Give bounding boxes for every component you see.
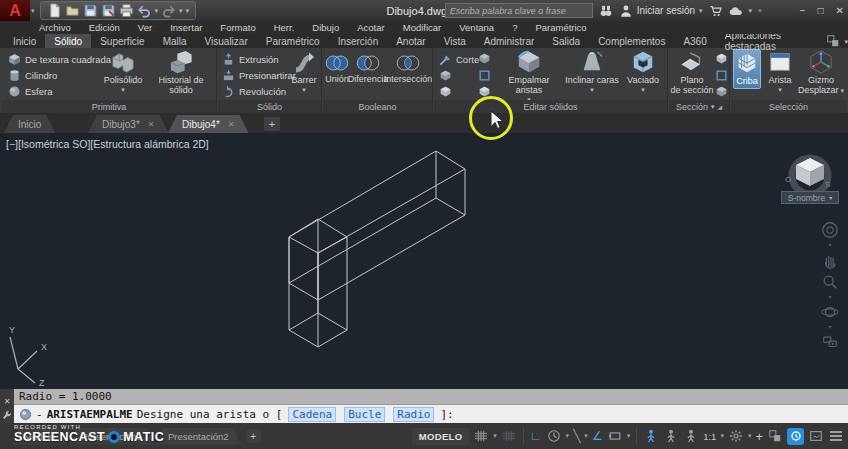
undo-caret-icon[interactable]: ▾ xyxy=(155,7,159,14)
menu-herr[interactable]: Herr. xyxy=(265,22,304,33)
wireframe-model[interactable] xyxy=(0,133,848,389)
doc-tab-dibujo3-close-icon[interactable]: ✕ xyxy=(148,120,155,129)
customization-menu-icon[interactable] xyxy=(828,428,844,444)
ribbon-tab-vista[interactable]: Vista xyxy=(435,34,475,48)
panel-label-seleccion[interactable]: Selección xyxy=(731,100,846,113)
panel-label-seccion[interactable]: Sección ▾ ◢ xyxy=(669,100,729,113)
doc-tab-inicio[interactable]: Inicio xyxy=(4,115,55,133)
grid-display-icon[interactable] xyxy=(473,428,489,444)
cloud-caret-icon[interactable]: ▾ xyxy=(749,7,753,14)
clean-screen-icon[interactable] xyxy=(808,428,824,444)
signin-button[interactable]: Iniciar sesión ▾ xyxy=(619,4,703,18)
doc-tab-dibujo4[interactable]: Dibujo4* ✕ xyxy=(168,115,249,133)
ribbon-tab-solido[interactable]: Sólido xyxy=(45,34,91,48)
ribbon-tab-a360[interactable]: A360 xyxy=(674,34,715,48)
layout-tab-presentacion2[interactable]: Presentación2 xyxy=(156,428,241,445)
command-option-radio[interactable]: Radio xyxy=(393,407,434,422)
extract-edges-tool-icon[interactable] xyxy=(478,69,491,82)
viewport-controls-label[interactable]: [−][Isométrica SO][Estructura alámbrica … xyxy=(6,138,209,150)
ucs-dropdown-button[interactable]: S-nombre ▾ xyxy=(781,191,839,204)
orbit-icon[interactable] xyxy=(821,303,839,321)
minimize-button[interactable]: − xyxy=(800,5,806,16)
isodraft-icon[interactable] xyxy=(546,428,562,444)
open-file-icon[interactable] xyxy=(65,3,80,18)
add-jog-tool-icon[interactable] xyxy=(715,69,728,82)
command-option-cadena[interactable]: Cadena xyxy=(288,407,336,422)
command-input-line[interactable]: - ARISTAEMPALME Designe una arista o [ C… xyxy=(14,405,848,423)
annotation-visibility-icon[interactable] xyxy=(643,428,659,444)
menu-archivo[interactable]: Archivo xyxy=(30,22,80,33)
revolve-button[interactable]: Revolución xyxy=(222,84,286,99)
extrude-button[interactable]: Extrusión xyxy=(222,52,279,67)
menu-ventana[interactable]: Ventana xyxy=(450,22,503,33)
ribbon-tab-visualizar[interactable]: Visualizar xyxy=(196,34,257,48)
slice-button[interactable]: Corte xyxy=(439,52,479,67)
command-close-icon[interactable]: ✕ xyxy=(4,398,11,406)
annotation-scale-value[interactable]: 1:1 xyxy=(703,431,716,442)
workspace-caret-icon[interactable]: ▾ xyxy=(748,432,752,440)
menu-acotar[interactable]: Acotar xyxy=(348,22,393,33)
section-plane-button[interactable]: Plano de sección xyxy=(670,50,714,96)
thicken-tool-icon[interactable] xyxy=(439,85,452,98)
doc-tab-dibujo4-close-icon[interactable]: ✕ xyxy=(228,120,235,129)
showmotion-icon[interactable] xyxy=(821,333,839,351)
zoom-extents-icon[interactable] xyxy=(821,273,839,291)
sweep-button[interactable]: Barrer ▾ xyxy=(288,50,320,93)
navwheel-caret-icon[interactable]: ▾ xyxy=(828,243,831,247)
ribbon-tab-complementos[interactable]: Complementos xyxy=(589,34,674,48)
menu-dibujo[interactable]: Dibujo xyxy=(303,22,348,33)
command-option-bucle[interactable]: Bucle xyxy=(344,407,385,422)
object-snap-tracking-icon[interactable]: ∠ xyxy=(592,430,603,442)
ribbon-tab-salida[interactable]: Salida xyxy=(543,34,589,48)
object-snap-icon[interactable] xyxy=(607,428,623,444)
doc-tab-dibujo3[interactable]: Dibujo3* ✕ xyxy=(88,115,169,133)
shell-button[interactable]: Vaciado ▾ xyxy=(622,50,664,93)
undo-icon[interactable] xyxy=(137,3,152,18)
ribbon-tab-administrar[interactable]: Administrar xyxy=(475,34,544,48)
polar-tracking-icon[interactable]: ╲ xyxy=(573,430,580,442)
generate-section-tool-icon[interactable] xyxy=(715,85,728,98)
a360-cloud-icon[interactable] xyxy=(729,4,743,18)
search-binoculars-icon[interactable] xyxy=(599,4,613,18)
toolbar-more-icon[interactable]: » xyxy=(758,7,762,14)
pan-icon[interactable] xyxy=(821,251,839,269)
autoscale-icon[interactable] xyxy=(663,428,679,444)
new-drawing-tab-button[interactable]: + xyxy=(264,117,280,131)
menu-modificar[interactable]: Modificar xyxy=(394,22,451,33)
menu-edicion[interactable]: Edición xyxy=(80,22,129,33)
drawing-viewport[interactable]: [−][Isométrica SO][Estructura alámbrica … xyxy=(0,133,848,389)
model-space-button[interactable]: MODELO xyxy=(412,428,470,445)
exchange-cart-icon[interactable] xyxy=(709,4,723,18)
maximize-button[interactable]: □ xyxy=(818,5,824,16)
interfere-tool-icon[interactable] xyxy=(439,69,452,82)
sphere-button[interactable]: Esfera xyxy=(8,84,52,99)
ribbon-tab-parametrico[interactable]: Paramétrico xyxy=(257,34,329,48)
edge-select-button[interactable]: Arista ▾ xyxy=(765,50,795,93)
live-section-tool-icon[interactable] xyxy=(715,52,728,65)
fillet-edge-button[interactable]: Empalmar aristas ▾ xyxy=(498,50,560,103)
imprint-tool-icon[interactable] xyxy=(478,52,491,65)
annotation-monitor-plus-icon[interactable]: + xyxy=(755,430,763,443)
workspace-gear-icon[interactable] xyxy=(728,428,744,444)
intersect-button[interactable]: Intersección xyxy=(385,50,431,85)
redo-caret-icon[interactable]: ▾ xyxy=(179,7,183,14)
isolate-objects-icon[interactable] xyxy=(767,428,783,444)
plot-icon[interactable] xyxy=(119,3,134,18)
command-wrench-icon[interactable] xyxy=(2,410,12,420)
osnap-caret-icon[interactable]: ▾ xyxy=(627,432,631,440)
gizmo-move-button[interactable]: Gizmo Desplazar ▾ xyxy=(797,50,845,96)
panel-label-solido[interactable]: Sólido xyxy=(218,100,321,113)
menu-help[interactable]: ? xyxy=(503,22,526,33)
ribbon-tab-insercion[interactable]: Inserción xyxy=(329,34,388,48)
ortho-mode-icon[interactable]: ∟ xyxy=(530,430,542,442)
polar-caret-icon[interactable]: ▾ xyxy=(584,432,588,440)
hardware-acceleration-button[interactable] xyxy=(787,428,804,445)
annotation-scale-icon[interactable] xyxy=(683,428,699,444)
close-button[interactable]: ✕ xyxy=(836,5,844,16)
panel-label-primitiva[interactable]: Primitiva xyxy=(2,100,216,113)
ribbon-minimize-toggle[interactable]: ▾ xyxy=(825,34,848,48)
presspull-button[interactable]: Presionartirar xyxy=(222,68,296,83)
app-menu-button[interactable]: A xyxy=(0,0,30,21)
menu-parametrico[interactable]: Paramétrico xyxy=(526,22,595,33)
polysolid-button[interactable]: Polisólido ▾ xyxy=(100,50,146,93)
